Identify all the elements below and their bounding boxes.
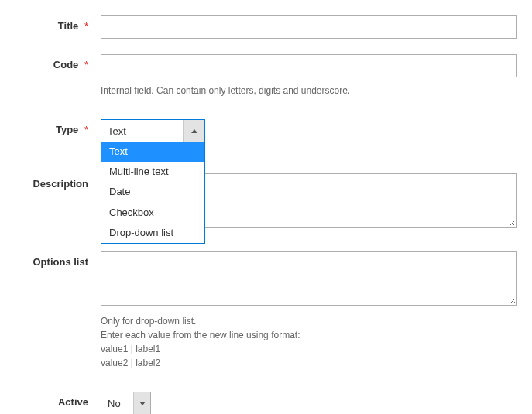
type-option-dropdown[interactable]: Drop-down list [101, 223, 204, 243]
label-options-list: Options list [8, 251, 101, 268]
required-asterisk: * [84, 20, 88, 32]
active-select[interactable]: No [101, 392, 151, 414]
code-hint-text: Internal field. Can contain only letters… [101, 84, 517, 98]
title-input[interactable] [101, 15, 517, 39]
row-options-list: Options list [8, 251, 517, 308]
row-description: Description [8, 173, 517, 230]
field-options-list [101, 251, 517, 308]
field-type: Text Text Multi-line text Date Checkbox … [101, 119, 517, 142]
type-select-menu: Text Multi-line text Date Checkbox Drop-… [101, 142, 205, 244]
type-option-checkbox[interactable]: Checkbox [101, 203, 204, 223]
type-option-text[interactable]: Text [101, 142, 204, 162]
required-asterisk: * [84, 124, 88, 135]
hint-code: Internal field. Can contain only letters… [8, 84, 517, 98]
type-option-multiline[interactable]: Multi-line text [101, 162, 204, 182]
options-list-hint: Only for drop-down list. Enter each valu… [101, 314, 517, 370]
type-option-date[interactable]: Date [101, 182, 204, 202]
label-code: Code * [8, 54, 101, 70]
code-input[interactable] [101, 54, 517, 77]
label-active: Active [8, 392, 101, 408]
chevron-up-icon[interactable] [183, 120, 204, 142]
row-code: Code * [8, 54, 517, 77]
type-select-display[interactable]: Text [101, 119, 205, 142]
label-description-text: Description [33, 178, 88, 190]
label-title-text: Title [58, 20, 79, 32]
type-select-value: Text [101, 120, 183, 142]
label-title: Title * [8, 15, 101, 32]
field-title [101, 15, 517, 39]
label-code-text: Code [53, 59, 79, 70]
field-active: No [101, 392, 517, 414]
active-select-display[interactable]: No [101, 392, 151, 414]
chevron-down-icon[interactable] [133, 392, 150, 414]
required-asterisk: * [84, 59, 88, 70]
label-type-text: Type [56, 124, 78, 135]
label-options-list-text: Options list [33, 256, 89, 268]
options-hint-line1: Only for drop-down list. [101, 314, 517, 328]
options-hint-line2: Enter each value from the new line using… [101, 328, 517, 342]
options-hint-line4: value2 | label2 [101, 356, 517, 370]
options-hint-line3: value1 | label1 [101, 342, 517, 356]
row-active: Active No [8, 392, 517, 414]
label-active-text: Active [58, 396, 88, 408]
row-type: Type * Text Text Multi-line text Date Ch… [8, 119, 517, 142]
options-list-input[interactable] [101, 251, 517, 306]
row-title: Title * [8, 15, 517, 39]
label-description: Description [8, 173, 101, 190]
active-select-value: No [101, 392, 133, 414]
field-code [101, 54, 517, 77]
label-type: Type * [8, 119, 101, 135]
hint-options-list: Only for drop-down list. Enter each valu… [8, 314, 517, 370]
type-select[interactable]: Text Text Multi-line text Date Checkbox … [101, 119, 205, 142]
